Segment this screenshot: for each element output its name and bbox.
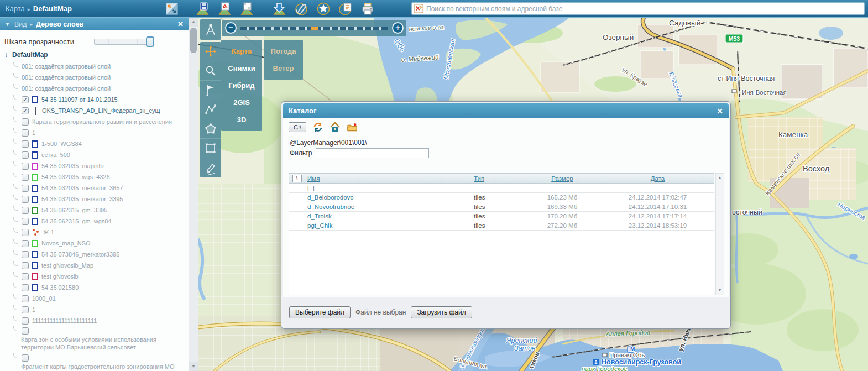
- breadcrumb-prefix[interactable]: Карта: [6, 4, 25, 13]
- layer-tree-item[interactable]: test gNovosib: [4, 271, 177, 282]
- new-folder-button[interactable]: [347, 122, 358, 133]
- panel-close-button[interactable]: ✕: [177, 20, 184, 28]
- layer-tree-item[interactable]: 001: создаётся растровый слой: [4, 61, 177, 72]
- layer-label[interactable]: 1-500_WGS84: [41, 140, 82, 147]
- layer-label[interactable]: Ж-1: [43, 229, 54, 236]
- layer-checkbox[interactable]: [22, 163, 29, 170]
- layer-label[interactable]: 54 35 111097 от 14.01.2015: [41, 96, 118, 103]
- layer-checkbox[interactable]: [22, 218, 29, 225]
- column-size[interactable]: Размер: [524, 175, 601, 182]
- layer-tree-item[interactable]: ✓54 35 111097 от 14.01.2015: [4, 94, 177, 105]
- list-scroll-down-icon[interactable]: ▼: [716, 286, 724, 295]
- layer-tree-item[interactable]: 54 35 032035_merkator_3395: [4, 194, 177, 205]
- layer-checkbox[interactable]: [22, 251, 29, 258]
- layer-tree-root[interactable]: ↓ DefaultMap: [4, 49, 177, 61]
- column-date[interactable]: Дата: [601, 175, 714, 182]
- layer-checkbox[interactable]: [22, 140, 29, 148]
- pan-tool-button[interactable]: [200, 42, 221, 61]
- layer-tree-item[interactable]: 1111111111111111111111: [4, 315, 177, 326]
- column-name[interactable]: Имя: [305, 175, 474, 182]
- layer-tree-item[interactable]: 54 35 073846_merkator3395: [4, 249, 177, 260]
- transparency-slider-handle[interactable]: [146, 36, 154, 47]
- draw-tool-button[interactable]: [200, 158, 221, 177]
- bookmarks-button[interactable]: [316, 1, 331, 16]
- layer-checkbox[interactable]: [22, 284, 29, 291]
- zoom-out-button[interactable]: −: [225, 22, 237, 34]
- layer-label[interactable]: 001: создаётся растровый слой: [22, 74, 111, 81]
- layer-label[interactable]: 54 35 032035_merkator_3395: [41, 196, 123, 202]
- layer-checkbox[interactable]: [22, 118, 29, 126]
- layer-tree-item[interactable]: Фрагмент карты градостроительного зониро…: [4, 353, 177, 370]
- layer-tree-item[interactable]: 1-500_WGS84: [4, 138, 177, 149]
- scroll-down-icon[interactable]: ▼: [189, 362, 198, 371]
- layer-label[interactable]: 1000_01: [32, 295, 56, 302]
- layer-tree-item[interactable]: сетка_500: [4, 149, 177, 160]
- list-scroll-up-icon[interactable]: ▲: [716, 174, 724, 182]
- export-pdf-button[interactable]: [217, 1, 232, 16]
- map-layer-button[interactable]: 3D: [221, 111, 262, 128]
- layer-tree-item[interactable]: Ж-1: [4, 227, 177, 238]
- layer-checkbox[interactable]: ✓: [22, 96, 29, 103]
- collapse-panel-button[interactable]: [164, 2, 180, 16]
- attachments-button[interactable]: [294, 1, 309, 16]
- file-name[interactable]: d_Novootrubnoe: [305, 203, 474, 210]
- tree-expand-icon[interactable]: ↓: [4, 51, 8, 59]
- layer-checkbox[interactable]: [22, 207, 29, 214]
- layer-checkbox[interactable]: [22, 306, 29, 313]
- layer-label[interactable]: OKS_TRANSP_AD_LIN_Федерал_зн_сущ: [42, 107, 160, 114]
- layer-checkbox[interactable]: [22, 174, 29, 181]
- layer-label[interactable]: 001: создаётся растровый слой: [22, 85, 111, 92]
- layer-label[interactable]: test gNovosib_Map: [41, 262, 93, 269]
- layer-tree-item[interactable]: Карата территориального развития и рассе…: [4, 116, 177, 127]
- root-label[interactable]: DefaultMap: [12, 51, 48, 59]
- layer-tree-item[interactable]: Novos_map_NSO: [4, 238, 177, 249]
- map-layer-button[interactable]: Снимки: [221, 60, 262, 77]
- file-name[interactable]: d_Beloborodovo: [305, 194, 474, 201]
- layer-checkbox[interactable]: [22, 196, 29, 203]
- layer-tree-item[interactable]: Карта зон с особыми условиями использова…: [4, 326, 177, 351]
- home-button[interactable]: [330, 122, 341, 133]
- layer-label[interactable]: 1111111111111111111111: [32, 317, 97, 324]
- measure-tool-button[interactable]: [200, 19, 221, 40]
- layer-label[interactable]: Карата территориального развития и рассе…: [32, 118, 172, 125]
- layer-label[interactable]: Карта зон с особыми условиями использова…: [21, 336, 177, 351]
- zoom-tool-button[interactable]: [200, 61, 221, 81]
- layer-tree-item[interactable]: 54 35 021580: [4, 282, 177, 293]
- layer-tree-item[interactable]: 1: [4, 304, 177, 315]
- file-list-scrollbar[interactable]: ▲ ▼: [715, 173, 724, 295]
- map-layer-button[interactable]: 2GIS: [221, 94, 262, 111]
- layer-tree-item[interactable]: 1: [4, 127, 177, 138]
- file-name[interactable]: [..]: [305, 185, 474, 191]
- layer-checkbox[interactable]: [22, 240, 29, 247]
- map-layer-button[interactable]: Гибрид: [221, 77, 262, 94]
- transparency-slider[interactable]: [94, 39, 153, 45]
- polygon-tool-button[interactable]: [200, 119, 221, 139]
- layer-tree-item[interactable]: ✓OKS_TRANSP_AD_LIN_Федерал_зн_сущ: [4, 105, 177, 116]
- layer-checkbox[interactable]: [22, 151, 29, 159]
- layer-label[interactable]: 54 35 032035_merkator_3857: [41, 185, 123, 191]
- layer-checkbox[interactable]: [22, 354, 29, 362]
- layer-checkbox[interactable]: [22, 262, 29, 269]
- layer-label[interactable]: test gNovosib: [41, 273, 79, 280]
- layer-tree-item[interactable]: 54 35 062315_gm_3395: [4, 205, 177, 216]
- layer-label[interactable]: 54 35 032035_wgs_4326: [41, 174, 110, 180]
- column-type[interactable]: Тип: [474, 175, 524, 182]
- layer-label[interactable]: Фрагмент карты градостроительного зониро…: [21, 363, 177, 370]
- measure-line-tool-button[interactable]: [200, 100, 221, 119]
- file-row[interactable]: d_Beloborodovotiles165.23 Мб24.12.2014 1…: [289, 193, 714, 202]
- layer-label[interactable]: 54 35 062315_gm_wgs84: [41, 218, 112, 224]
- flag-tool-button[interactable]: [200, 81, 221, 100]
- layer-tree-item[interactable]: 001: создаётся растровый слой: [4, 83, 177, 94]
- layer-tree-item[interactable]: 54 35 032035_wgs_4326: [4, 171, 177, 182]
- parent-dir-row[interactable]: [..]: [289, 184, 714, 193]
- layer-label[interactable]: сетка_500: [41, 151, 70, 158]
- layer-checkbox[interactable]: [22, 317, 29, 325]
- layer-label[interactable]: Novos_map_NSO: [41, 240, 91, 247]
- dialog-close-button[interactable]: ✕: [717, 107, 723, 116]
- layer-label[interactable]: 1: [32, 129, 35, 136]
- save-map-button[interactable]: [195, 1, 210, 16]
- layer-label[interactable]: 001: создаётся растровый слой: [22, 63, 111, 70]
- scroll-up-icon[interactable]: ▲: [189, 18, 198, 27]
- layer-checkbox[interactable]: [22, 295, 29, 302]
- layer-checkbox[interactable]: [22, 273, 29, 280]
